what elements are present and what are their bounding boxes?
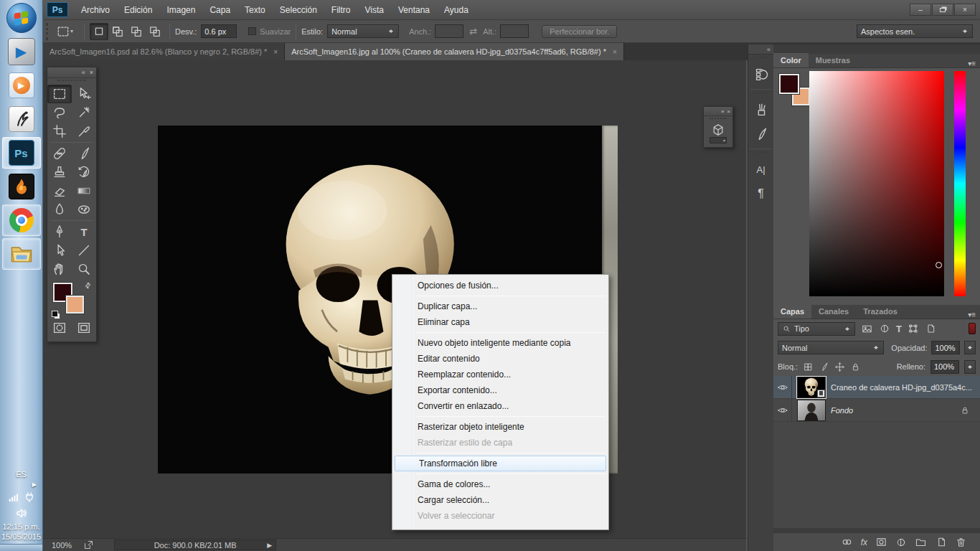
character-panel-button[interactable]: A| <box>748 157 773 182</box>
brush-panel-button[interactable] <box>748 122 773 146</box>
document-tab-2[interactable]: ArcSoft_Imagen16.jpg al 100% (Craneo de … <box>285 43 624 60</box>
collapse-panel-icon[interactable]: « <box>82 69 85 76</box>
panel-grip[interactable] <box>57 80 86 83</box>
antialias-checkbox[interactable] <box>248 27 256 35</box>
paragraph-panel-button[interactable]: ¶ <box>748 182 773 206</box>
workspace-select[interactable]: Aspectos esen. <box>857 24 973 38</box>
menu-imagen[interactable]: Imagen <box>159 0 202 20</box>
link-layers-icon[interactable] <box>841 536 853 548</box>
tab-color[interactable]: Color <box>773 53 809 67</box>
brush-presets-panel-button[interactable] <box>748 98 773 122</box>
tool-type[interactable]: T <box>72 222 96 241</box>
close-panel-icon[interactable]: × <box>727 108 730 115</box>
context-item-editar-contenido[interactable]: Editar contenido <box>394 351 607 367</box>
tab-close-icon[interactable]: × <box>273 48 278 56</box>
taskbar-item-photoshop[interactable]: Ps <box>2 137 41 169</box>
close-panel-icon[interactable]: × <box>90 69 93 76</box>
tool-gradient[interactable] <box>72 182 96 200</box>
layer-visibility-toggle[interactable] <box>773 399 792 422</box>
layer-row-craneo[interactable]: Craneo de calavera HD-jpg_d0375a4c... <box>773 376 980 399</box>
menu-ayuda[interactable]: Ayuda <box>437 0 476 20</box>
share-icon[interactable] <box>83 540 94 550</box>
power-plug-icon[interactable] <box>23 491 36 504</box>
clock-time[interactable]: 12:15 p.m. <box>0 522 42 531</box>
new-group-icon[interactable] <box>915 536 927 548</box>
tool-eraser[interactable] <box>47 182 72 200</box>
filter-image-icon[interactable] <box>861 323 873 335</box>
tab-trazados[interactable]: Trazados <box>856 304 905 319</box>
swap-dimensions-icon[interactable]: ⇄ <box>469 26 477 37</box>
tool-crop[interactable] <box>47 122 72 141</box>
lock-all-icon[interactable] <box>850 362 861 372</box>
taskbar-item-zbrush[interactable] <box>2 103 41 135</box>
screen-mode-button[interactable] <box>72 319 96 337</box>
foreground-color-swatch[interactable] <box>779 74 799 94</box>
lock-pixels-icon[interactable] <box>819 362 829 372</box>
delete-layer-icon[interactable] <box>955 536 967 548</box>
context-item-transformacion-libre[interactable]: Transformación libre <box>395 456 606 471</box>
language-indicator[interactable]: ES <box>0 470 42 479</box>
tool-sponge[interactable] <box>72 200 96 219</box>
menu-capa[interactable]: Capa <box>202 0 237 20</box>
layer-name[interactable]: Craneo de calavera HD-jpg_d0375a4c... <box>831 383 972 392</box>
new-layer-icon[interactable] <box>935 536 947 548</box>
tool-eyedropper[interactable] <box>72 122 96 141</box>
selection-mode-add[interactable] <box>108 23 127 40</box>
quick-mask-button[interactable] <box>47 319 72 337</box>
fill-dropdown-arrow[interactable] <box>964 360 976 374</box>
layer-thumbnail[interactable] <box>797 377 826 398</box>
tool-pen[interactable] <box>47 222 72 241</box>
context-item-duplicar-capa[interactable]: Duplicar capa... <box>394 298 607 314</box>
layer-visibility-toggle[interactable] <box>773 376 792 399</box>
layer-filter-toggle[interactable] <box>969 323 976 334</box>
tool-spot-healing[interactable] <box>47 144 72 163</box>
mini-dropdown[interactable]: ▾ <box>710 137 727 143</box>
tool-zoom[interactable] <box>72 260 96 278</box>
close-button[interactable]: × <box>954 4 976 16</box>
style-select[interactable]: Normal <box>327 24 399 38</box>
layer-thumbnail[interactable] <box>797 400 826 421</box>
selection-mode-subtract[interactable] <box>127 23 146 40</box>
context-item-cargar-seleccion[interactable]: Cargar selección... <box>394 492 607 508</box>
color-picker-ring[interactable] <box>936 262 942 268</box>
layer-style-icon[interactable]: fx <box>861 537 867 547</box>
taskbar-item-chrome[interactable] <box>2 204 41 236</box>
blend-mode-select[interactable]: Normal <box>778 341 884 354</box>
width-input[interactable] <box>435 24 463 38</box>
context-item-convertir-enlazado[interactable]: Convertir en enlazado... <box>394 398 607 414</box>
3d-panel-icon[interactable] <box>711 123 725 137</box>
opacity-dropdown-arrow[interactable] <box>964 341 976 354</box>
tab-capas[interactable]: Capas <box>773 304 811 319</box>
taskbar-item-explorer[interactable] <box>2 238 41 270</box>
height-input[interactable] <box>500 24 529 38</box>
refine-edge-button[interactable]: Perfeccionar bor. <box>542 25 617 38</box>
volume-icon[interactable] <box>15 507 28 519</box>
feather-input[interactable]: 0.6 px <box>201 24 237 38</box>
swap-colors-icon[interactable]: ⇄ <box>83 281 93 291</box>
expand-dock-icon[interactable]: « <box>767 46 771 53</box>
tab-muestras[interactable]: Muestras <box>809 53 857 67</box>
clock-date[interactable]: 15/05/2015 <box>0 532 42 541</box>
tool-rectangular-marquee[interactable] <box>47 85 72 103</box>
start-button[interactable] <box>2 2 41 34</box>
context-item-nuevo-objeto[interactable]: Nuevo objeto inteligente mediante copia <box>394 335 607 351</box>
menu-edicion[interactable]: Edición <box>117 0 159 20</box>
filter-adjustment-icon[interactable] <box>879 323 890 334</box>
opacity-value[interactable]: 100% <box>931 341 960 354</box>
menu-texto[interactable]: Texto <box>237 0 273 20</box>
menu-filtro[interactable]: Filtro <box>324 0 358 20</box>
status-arrow-icon[interactable]: ▶ <box>267 542 272 549</box>
layer-name[interactable]: Fondo <box>831 406 853 415</box>
show-hidden-icons-arrow[interactable]: ▶ <box>32 481 37 488</box>
taskbar-item-nero[interactable] <box>2 171 41 202</box>
minimize-button[interactable]: – <box>910 4 931 16</box>
menu-archivo[interactable]: Archivo <box>74 0 117 20</box>
add-mask-icon[interactable] <box>875 536 887 548</box>
context-item-opciones-fusion[interactable]: Opciones de fusión... <box>394 278 607 293</box>
menu-vista[interactable]: Vista <box>357 0 390 20</box>
tab-canales[interactable]: Canales <box>811 304 856 319</box>
lock-transparency-icon[interactable] <box>803 362 814 372</box>
panel-menu-icon[interactable]: ▾≡ <box>968 311 980 319</box>
layer-filter-select[interactable]: Tipo <box>778 322 855 336</box>
selection-mode-intersect[interactable] <box>146 23 164 40</box>
